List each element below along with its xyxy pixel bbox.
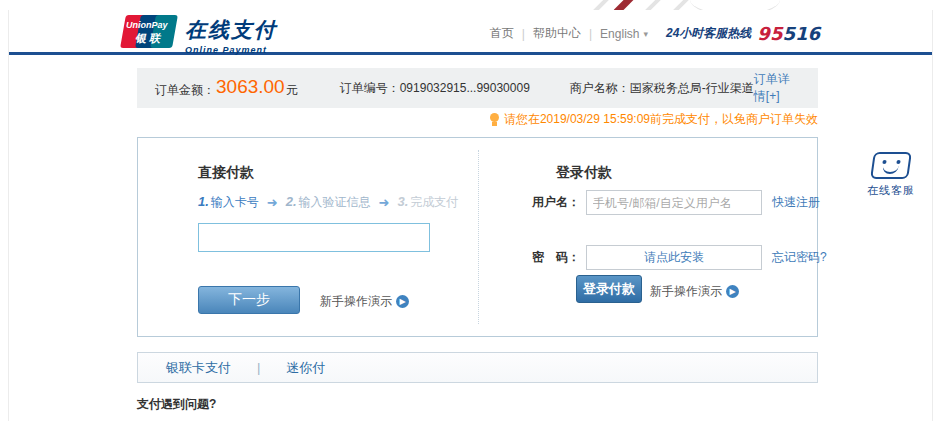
direct-pay-steps: 1.输入卡号 ➜ 2.输入验证信息 ➜ 3.完成支付: [198, 194, 458, 211]
tab-mini-pay[interactable]: 迷你付: [286, 359, 325, 377]
language-label: English: [600, 27, 639, 41]
order-number: 订单编号：0919032915...99030009: [340, 80, 530, 97]
card-number-input[interactable]: [198, 223, 430, 252]
password-label: 密 码：: [532, 249, 580, 266]
next-step-button[interactable]: 下一步: [198, 286, 300, 314]
login-pay-demo-link[interactable]: 新手操作演示 ▶: [650, 283, 739, 300]
order-number-label: 订单编号：: [340, 81, 400, 95]
order-details-link[interactable]: 订单详情[+]: [754, 71, 800, 105]
order-amount-unit: 元: [286, 83, 298, 97]
username-label: 用户名：: [532, 194, 580, 211]
direct-pay-demo-link[interactable]: 新手操作演示 ▶: [320, 293, 409, 310]
order-summary-bar: 订单金额：3063.00元 订单编号：0919032915...99030009…: [137, 68, 818, 108]
login-pay-title: 登录付款: [556, 164, 612, 182]
order-amount-label: 订单金额：: [155, 83, 215, 97]
smiley-face-icon: [870, 152, 912, 179]
quick-register-link[interactable]: 快速注册: [772, 194, 820, 211]
step-verify-info: 2.输入验证信息: [286, 194, 371, 211]
panel-divider: [478, 150, 479, 324]
payment-deadline-notice: 请您在2019/03/29 15:59:09前完成支付，以免商户订单失效: [490, 111, 818, 128]
forgot-password-link[interactable]: 忘记密码?: [772, 249, 827, 266]
merchant-name: 商户名称：国家税务总局-行业渠道: [570, 80, 754, 97]
language-dropdown[interactable]: English ▾: [600, 27, 648, 41]
brand-name: UnionPay: [126, 20, 168, 30]
nav-help-link[interactable]: 帮助中心: [533, 25, 581, 42]
brand-name-cn: 银联: [135, 31, 163, 46]
online-support-widget[interactable]: 在线客服: [867, 152, 915, 198]
chevron-down-icon: ▾: [643, 29, 648, 39]
demo-link-label: 新手操作演示: [650, 283, 722, 300]
logo-text: 在线支付 Online Payment: [185, 16, 277, 55]
direct-pay-title: 直接付款: [198, 164, 254, 182]
password-field[interactable]: 请点此安装: [586, 245, 762, 270]
support-label: 在线客服: [867, 183, 915, 198]
unionpay-emblem-icon: UnionPay 银联: [121, 15, 177, 48]
username-row: 用户名： 快速注册: [532, 190, 820, 215]
product-title: 在线支付: [185, 16, 277, 44]
merchant-value: 国家税务总局-行业渠道: [630, 81, 754, 95]
password-row: 密 码： 请点此安装 忘记密码?: [532, 245, 827, 270]
nav-separator: |: [589, 27, 592, 41]
nav-separator: |: [522, 27, 525, 41]
hotline-number: 95516: [757, 23, 820, 44]
step-enter-card: 1.输入卡号: [198, 194, 259, 211]
demo-link-label: 新手操作演示: [320, 293, 392, 310]
order-amount-value: 3063.00: [216, 76, 285, 97]
username-input[interactable]: [586, 190, 762, 215]
payment-problem-link[interactable]: 支付遇到问题?: [137, 396, 216, 413]
header: UnionPay 银联 在线支付 Online Payment 首页 | 帮助中…: [9, 10, 932, 55]
payment-method-tabs: 银联卡支付 | 迷你付: [137, 352, 818, 383]
merchant-label: 商户名称：: [570, 81, 630, 95]
play-demo-icon: ▶: [726, 285, 739, 298]
notice-text: 请您在2019/03/29 15:59:09前完成支付，以免商户订单失效: [504, 111, 818, 128]
order-number-value: 0919032915...99030009: [400, 81, 530, 95]
bulb-icon: [490, 113, 499, 126]
tab-separator: |: [257, 360, 260, 375]
step-complete-payment: 3.完成支付: [398, 194, 459, 211]
arrow-right-icon: ➜: [267, 195, 278, 210]
arrow-right-icon: ➜: [379, 195, 390, 210]
order-amount: 订单金额：3063.00元: [155, 77, 298, 99]
login-pay-button[interactable]: 登录付款: [576, 275, 642, 303]
install-control-link[interactable]: 请点此安装: [644, 249, 704, 266]
payment-panel: 直接付款 1.输入卡号 ➜ 2.输入验证信息 ➜ 3.完成支付 下一步 新手操作…: [137, 137, 818, 337]
tab-unionpay-card[interactable]: 银联卡支付: [166, 359, 231, 377]
hotline-label: 24小时客服热线: [666, 25, 751, 42]
nav-home-link[interactable]: 首页: [490, 25, 514, 42]
play-demo-icon: ▶: [396, 295, 409, 308]
unionpay-logo[interactable]: UnionPay 银联 在线支付 Online Payment: [121, 15, 277, 55]
product-subtitle: Online Payment: [185, 45, 277, 55]
header-nav: 首页 | 帮助中心 | English ▾ 24小时客服热线 95516: [490, 23, 820, 44]
